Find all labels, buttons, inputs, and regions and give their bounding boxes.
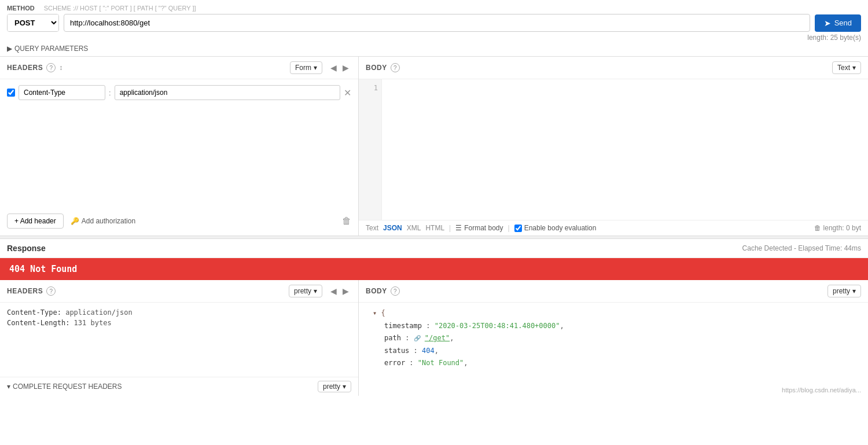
response-body-header: BODY ? pretty ▾ <box>359 280 868 303</box>
complete-req-section: ▾ COMPLETE REQUEST HEADERS pretty ▾ <box>0 377 358 396</box>
status-bar: 404 Not Found <box>0 258 868 280</box>
format-body-button[interactable]: ☰ Format body <box>455 224 503 232</box>
headers-nav-left[interactable]: ◀ <box>328 62 339 73</box>
response-right-panel: BODY ? pretty ▾ ▾ { timestamp : "2020-03… <box>359 280 868 396</box>
send-label: Send <box>834 19 852 27</box>
body-format-html[interactable]: HTML <box>425 224 444 232</box>
json-path-row: path : 🔗 "/get", <box>384 332 861 345</box>
json-error-row: error : "Not Found", <box>384 357 861 370</box>
json-status-row: status : 404, <box>384 345 861 358</box>
enable-eval-label: Enable body evaluation <box>524 224 597 232</box>
scheme-label: SCHEME :// HOST [ ":" PORT ] [ PATH [ "?… <box>44 5 196 12</box>
colon-separator: : <box>109 89 111 97</box>
complete-req-arrow: ▾ <box>7 383 10 391</box>
header-key-input[interactable] <box>19 85 105 100</box>
body-length-label: length: 0 byt <box>823 224 861 232</box>
json-open-brace: ▾ { <box>373 309 385 317</box>
body-toolbar: Text JSON XML HTML | ☰ Format body | Ena… <box>359 220 868 236</box>
response-panels: HEADERS ? pretty ▾ ◀ ▶ Content-Type: app… <box>0 280 868 396</box>
complete-req-toggle[interactable]: ▾ COMPLETE REQUEST HEADERS <box>7 383 122 391</box>
headers-format-label: Form <box>295 64 311 72</box>
headers-sort-icon[interactable]: ↕ <box>59 64 62 72</box>
add-auth-button[interactable]: 🔑 Add authorization <box>71 217 135 225</box>
json-colon-2: : <box>405 334 413 342</box>
json-colon-3: : <box>414 347 422 355</box>
body-editor: 1 <box>359 79 868 220</box>
headers-help-icon[interactable]: ? <box>46 63 56 72</box>
send-button[interactable]: ➤ Send <box>815 14 861 32</box>
header-name-1: Content-Type: <box>7 308 65 317</box>
body-help-icon[interactable]: ? <box>391 63 400 72</box>
json-path-link-icon: 🔗 <box>414 335 421 341</box>
body-format-xml[interactable]: XML <box>407 224 421 232</box>
headers-panel: HEADERS ? ↕ Form ▾ ◀ ▶ : ✕ + Add h <box>0 57 359 236</box>
action-buttons: + Add header 🔑 Add authorization 🗑 <box>0 211 358 236</box>
response-headers-nav-left[interactable]: ◀ <box>328 285 339 297</box>
add-auth-label: Add authorization <box>82 217 135 225</box>
body-type-selector[interactable]: Text ▾ <box>832 61 861 74</box>
response-headers-nav-right[interactable]: ▶ <box>340 285 351 297</box>
send-icon: ➤ <box>824 19 831 28</box>
response-headers-content: Content-Type: application/json Content-L… <box>0 303 358 377</box>
response-body-format[interactable]: pretty ▾ <box>827 285 861 297</box>
delete-all-headers-icon[interactable]: 🗑 <box>342 216 351 226</box>
response-body-help-icon[interactable]: ? <box>391 286 400 296</box>
complete-req-format[interactable]: pretty ▾ <box>318 381 351 392</box>
method-dropdown[interactable]: POST GET PUT DELETE PATCH <box>8 14 58 31</box>
main-section: HEADERS ? ↕ Form ▾ ◀ ▶ : ✕ + Add h <box>0 56 868 236</box>
body-code-area[interactable] <box>382 79 868 220</box>
elapsed-time: Cache Detected - Elapsed Time: 44ms <box>742 244 861 252</box>
query-params-toggle[interactable]: ▶ QUERY PARAMETERS <box>7 45 861 53</box>
header-value-1: application/json <box>65 308 133 317</box>
response-headers-format-arrow: ▾ <box>314 287 317 295</box>
headers-format-arrow: ▾ <box>314 64 317 72</box>
json-timestamp-row: timestamp : "2020-03-25T00:48:41.480+000… <box>384 320 861 333</box>
separator-1: | <box>449 224 451 232</box>
json-colon-1: : <box>426 322 434 330</box>
body-format-json[interactable]: JSON <box>383 224 402 232</box>
header-row: : ✕ <box>7 85 351 100</box>
response-body-format-arrow: ▾ <box>852 287 856 295</box>
method-select[interactable]: POST GET PUT DELETE PATCH <box>7 14 59 32</box>
response-left-panel: HEADERS ? pretty ▾ ◀ ▶ Content-Type: app… <box>0 280 359 396</box>
headers-format-dropdown[interactable]: Form ▾ <box>290 61 322 74</box>
url-input[interactable] <box>64 14 810 32</box>
header-checkbox[interactable] <box>7 89 15 97</box>
response-headers-format-label: pretty <box>294 287 311 295</box>
delete-body-icon[interactable]: 🗑 <box>814 224 821 232</box>
enable-eval-checkbox[interactable] <box>514 225 522 232</box>
response-headers-help-icon[interactable]: ? <box>46 286 56 296</box>
headers-nav: ◀ ▶ <box>328 62 351 73</box>
header-value-input[interactable] <box>115 85 340 100</box>
json-path-value[interactable]: "/get" <box>425 334 450 342</box>
response-headers-panel-header: HEADERS ? pretty ▾ ◀ ▶ <box>0 280 358 303</box>
response-headers-format[interactable]: pretty ▾ <box>289 285 322 297</box>
headers-panel-header: HEADERS ? ↕ Form ▾ ◀ ▶ <box>0 57 358 79</box>
response-body-format-label: pretty <box>833 287 850 295</box>
complete-req-label: COMPLETE REQUEST HEADERS <box>13 383 122 391</box>
query-params-label: QUERY PARAMETERS <box>14 45 88 53</box>
json-status-key: status <box>384 347 409 355</box>
key-icon: 🔑 <box>71 217 79 225</box>
line-number-1: 1 <box>362 84 378 92</box>
delete-header-icon[interactable]: ✕ <box>344 87 351 98</box>
response-header-bar: Response Cache Detected - Elapsed Time: … <box>0 239 868 258</box>
enable-eval-section[interactable]: Enable body evaluation <box>514 224 597 232</box>
body-length: 🗑 length: 0 byt <box>814 224 861 232</box>
body-format-text[interactable]: Text <box>366 224 378 232</box>
response-header-item-1: Content-Type: application/json <box>7 308 351 317</box>
complete-req-format-label: pretty <box>323 383 340 391</box>
complete-req-format-arrow: ▾ <box>343 383 346 391</box>
headers-content: : ✕ <box>0 79 358 211</box>
json-colon-4: : <box>409 359 417 367</box>
json-timestamp-key: timestamp <box>384 322 422 330</box>
response-headers-nav: ◀ ▶ <box>328 285 351 297</box>
response-section: Response Cache Detected - Elapsed Time: … <box>0 239 868 396</box>
json-error-key: error <box>384 359 405 367</box>
body-panel-header: BODY ? Text ▾ <box>359 57 868 79</box>
watermark: https://blog.csdn.net/adiya... <box>782 387 861 393</box>
body-title: BODY <box>366 64 387 72</box>
headers-nav-right[interactable]: ▶ <box>340 62 351 73</box>
format-body-label: Format body <box>464 224 503 232</box>
add-header-button[interactable]: + Add header <box>7 214 64 229</box>
